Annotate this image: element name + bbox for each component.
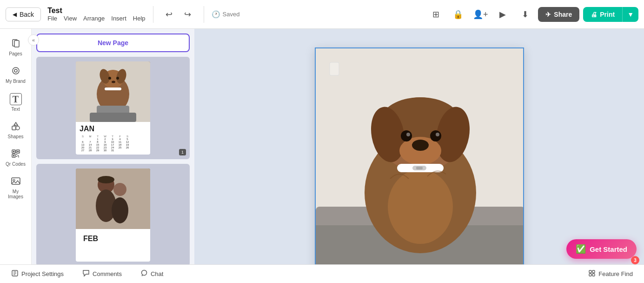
project-settings-button[interactable]: Project Settings: [7, 268, 67, 280]
svg-point-59: [141, 270, 146, 276]
divider: [153, 6, 153, 23]
comments-button[interactable]: Comments: [79, 268, 126, 280]
svg-rect-54: [416, 167, 423, 169]
sidebar-item-images-label: My Images: [5, 189, 27, 199]
page-thumbnail-2[interactable]: FEB: [36, 164, 190, 264]
comments-label: Comments: [93, 270, 122, 277]
svg-rect-60: [589, 270, 591, 273]
thumb-card-1: JAN SM TW TF S 12 34 5 67: [76, 61, 150, 155]
svg-rect-62: [589, 274, 591, 276]
sidebar-item-shapes-label: Shapes: [8, 134, 24, 139]
apps-button[interactable]: ⊞: [426, 5, 445, 24]
svg-rect-10: [13, 151, 14, 152]
svg-rect-17: [12, 178, 20, 184]
title-area: Test File View Arrange Insert Help: [47, 7, 145, 22]
feature-find-label: Feature Find: [598, 270, 633, 277]
sidebar-item-qrcodes[interactable]: Qr Codes: [2, 145, 29, 170]
action-buttons: ⊞ 🔒 👤+ ▶ ⬇ ✈ Share 🖨 Print ▼: [426, 5, 638, 24]
feature-find-button[interactable]: Feature Find: [584, 268, 637, 280]
sidebar-item-pages-label: Pages: [9, 51, 22, 56]
sidebar-item-qrcodes-label: Qr Codes: [6, 162, 26, 167]
pages-panel: New Page: [32, 29, 194, 264]
svg-rect-27: [105, 88, 121, 90]
chat-label: Chat: [151, 270, 163, 277]
menu-view[interactable]: View: [64, 15, 77, 22]
feature-find-icon: [588, 270, 596, 278]
add-user-button[interactable]: 👤+: [471, 5, 490, 24]
page-thumbnail-1[interactable]: JAN SM TW TF S 12 34 5 67: [36, 57, 190, 159]
svg-point-41: [388, 169, 453, 244]
new-page-button[interactable]: New Page: [36, 34, 190, 52]
images-icon: [11, 176, 21, 188]
canvas-dog-photo: [316, 48, 523, 264]
svg-rect-4: [12, 126, 16, 130]
svg-rect-61: [592, 270, 595, 273]
qr-icon: [11, 148, 21, 160]
get-started-label: Get Started: [590, 245, 627, 253]
share-button[interactable]: ✈ Share: [538, 7, 579, 22]
menu-arrange[interactable]: Arrange: [83, 15, 105, 22]
undo-button[interactable]: ↩: [161, 6, 178, 23]
menu-help[interactable]: Help: [133, 15, 146, 22]
get-started-check-icon: ✅: [576, 244, 586, 254]
month-jan: JAN: [80, 125, 146, 133]
print-button[interactable]: 🖨 Print: [583, 7, 622, 22]
share-label: Share: [554, 11, 572, 18]
thumb-couple-image: [76, 168, 150, 229]
page-number-badge-1: 1: [179, 149, 186, 155]
svg-point-34: [112, 197, 128, 223]
download-button[interactable]: ⬇: [516, 5, 534, 24]
divider2: [204, 6, 204, 23]
mini-calendar: SM TW TF S 12 34 5 67 89 1011: [80, 135, 146, 152]
project-title: Test: [47, 7, 145, 15]
new-page-label: New Page: [98, 39, 128, 47]
back-button[interactable]: ◀ Back: [6, 7, 41, 21]
svg-point-48: [401, 130, 412, 142]
svg-point-24: [108, 77, 111, 80]
thumb-feb-label: FEB: [76, 229, 150, 247]
chat-icon: [140, 270, 148, 278]
svg-rect-1: [14, 40, 19, 47]
notification-badge: 3: [631, 256, 639, 264]
chat-button[interactable]: Chat: [137, 268, 167, 280]
svg-rect-29: [90, 113, 136, 122]
svg-rect-13: [16, 154, 17, 155]
share-icon: ✈: [545, 11, 551, 18]
sidebar-item-images[interactable]: My Images: [2, 172, 29, 203]
present-button[interactable]: ▶: [493, 5, 512, 24]
lock-button[interactable]: 🔒: [449, 5, 467, 24]
sidebar-item-shapes[interactable]: Shapes: [2, 117, 29, 143]
project-settings-label: Project Settings: [21, 270, 64, 277]
redo-button[interactable]: ↪: [179, 6, 196, 23]
pages-icon: [11, 38, 21, 50]
bottom-bar: Project Settings Comments Chat: [0, 264, 644, 283]
svg-rect-15: [16, 156, 17, 157]
clock-icon: 🕐: [212, 10, 220, 19]
toolbar-icons: ↩ ↪: [161, 6, 196, 23]
canvas-area: [194, 29, 644, 264]
menu-bar: File View Arrange Insert Help: [47, 15, 145, 22]
sidebar-item-text-label: Text: [11, 107, 20, 112]
get-started-button[interactable]: ✅ Get Started: [566, 239, 637, 259]
sidebar-item-pages[interactable]: Pages: [2, 34, 29, 60]
svg-point-51: [436, 133, 439, 136]
print-dropdown-button[interactable]: ▼: [622, 7, 638, 22]
sidebar-item-text[interactable]: T Text: [2, 89, 29, 115]
thumb-card-2: FEB: [76, 168, 150, 262]
print-group: 🖨 Print ▼: [583, 7, 638, 22]
project-settings-icon: [11, 270, 19, 278]
svg-rect-37: [330, 62, 339, 75]
svg-point-49: [406, 133, 410, 136]
sidebar-item-brand[interactable]: My Brand: [2, 62, 29, 88]
canvas-page: [315, 47, 524, 264]
collapse-panel-button[interactable]: «: [28, 34, 39, 46]
svg-rect-14: [18, 155, 19, 156]
back-arrow-icon: ◀: [13, 11, 17, 18]
svg-point-47: [412, 140, 429, 151]
menu-insert[interactable]: Insert: [111, 15, 126, 22]
svg-point-5: [16, 126, 20, 130]
menu-file[interactable]: File: [47, 15, 57, 22]
print-label: Print: [600, 11, 615, 18]
svg-point-35: [98, 176, 114, 183]
thumb-calendar-1: JAN SM TW TF S 12 34 5 67: [76, 122, 150, 155]
